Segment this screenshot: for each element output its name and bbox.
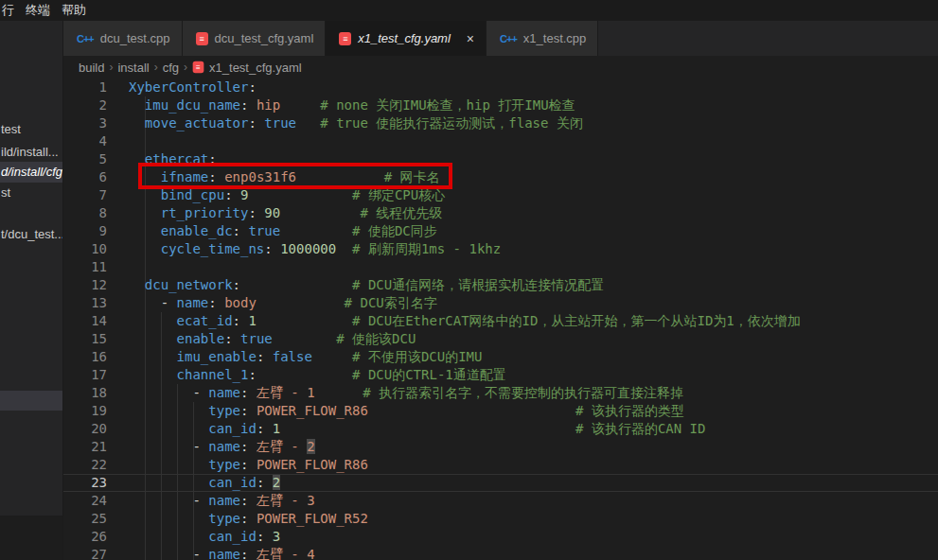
line-number: 27 [63,546,107,560]
line-number: 20 [63,420,107,438]
code-line-7[interactable]: 7 bind_cpu: 9 # 绑定CPU核心 [63,186,938,204]
code-line-13[interactable]: 13 - name: body # DCU索引名字 [63,294,938,312]
code-line-5[interactable]: 5 ethercat: [63,150,938,168]
line-number: 9 [63,222,107,240]
breadcrumb-item-build[interactable]: build [79,61,104,75]
line-number: 3 [63,114,107,132]
line-number: 15 [63,330,107,348]
code-line-19[interactable]: 19 type: POWER_FLOW_R86 # 该执行器的类型 [63,402,938,420]
code-line-17[interactable]: 17 channel_1: # DCU的CTRL-1通道配置 [63,366,938,384]
line-number: 24 [63,492,107,510]
sidebar-item-st[interactable]: st [0,183,63,203]
line-number: 5 [63,150,107,168]
breadcrumb-item-cfg[interactable]: cfg [163,61,179,75]
tab-label: x1_test_cfg.yaml [358,31,451,45]
code-line-23[interactable]: 23 can_id: 2 [63,474,938,492]
code-text: dcu_network: # DCU通信网络，请根据实机连接情况配置 [129,277,604,292]
code-text: - name: 左臂 - 2 [129,439,315,454]
line-number: 18 [63,384,107,402]
code-line-2[interactable]: 2 imu_dcu_name: hip # none 关闭IMU检查，hip 打… [63,96,938,114]
cpp-file-icon: C++ [77,33,94,44]
code-line-10[interactable]: 10 cycle_time_ns: 1000000 # 刷新周期1ms - 1k… [63,240,938,258]
code-line-15[interactable]: 15 enable: true # 使能该DCU [63,330,938,348]
line-number: 13 [63,294,107,312]
code-text: enable_dc: true # 使能DC同步 [129,223,437,238]
code-text: channel_1: # DCU的CTRL-1通道配置 [129,367,506,382]
yaml-file-icon [193,61,204,74]
sidebar-selected-empty-row[interactable] [0,391,63,411]
code-text: - name: body # DCU索引名字 [129,295,437,310]
line-number: 7 [63,186,107,204]
code-line-8[interactable]: 8 rt_priority: 90 # 线程优先级 [63,204,938,222]
code-text: type: POWER_FLOW_R86 # 该执行器的类型 [129,403,684,418]
code-text: can_id: 1 # 该执行器的CAN ID [129,421,705,436]
line-number: 21 [63,438,107,456]
sidebar-panel: testild/install...d/install/cfgstt/dcu_t… [0,21,63,560]
line-number: 8 [63,204,107,222]
line-number: 22 [63,456,107,474]
breadcrumb-separator: › [109,61,113,74]
code-text: - name: 左臂 - 1 # 执行器索引名字，不需要控制的执行器可直接注释掉 [129,385,683,400]
vscode-window: 行 终端 帮助 ⋯ C++dcu_test.cppdcu_test_cfg.ya… [0,0,938,560]
code-text: enable: true # 使能该DCU [129,331,416,346]
code-text: type: POWER_FLOW_R52 [129,511,368,526]
code-text: cycle_time_ns: 1000000 # 刷新周期1ms - 1khz [129,241,501,256]
code-line-22[interactable]: 22 type: POWER_FLOW_R86 [63,456,938,474]
code-text: move_actuator: true # true 使能执行器运动测试，fla… [129,115,583,131]
code-line-12[interactable]: 12 dcu_network: # DCU通信网络，请根据实机连接情况配置 [63,276,938,294]
sidebar-item-t-dcu-test-[interactable]: t/dcu_test... [0,224,63,245]
code-text: ethercat: [129,151,217,166]
line-number: 11 [63,258,107,276]
code-line-24[interactable]: 24 - name: 左臂 - 3 [63,492,938,510]
code-line-16[interactable]: 16 imu_enable: false # 不使用该DCU的IMU [63,348,938,366]
sidebar-item-ild-install-[interactable]: ild/install... [0,142,63,163]
code-line-11[interactable]: 11 [63,258,938,276]
code-line-20[interactable]: 20 can_id: 1 # 该执行器的CAN ID [63,420,938,438]
sidebar-item-d-install-cfg[interactable]: d/install/cfg [0,162,63,183]
code-text: ifname: enp0s31f6 # 网卡名 [129,169,440,184]
code-line-27[interactable]: 27 - name: 左臂 - 4 [63,546,938,560]
menu-item-terminal[interactable]: 终端 [18,2,58,19]
tab-label: x1_test.cpp [523,31,587,45]
tab-label: dcu_test_cfg.yaml [215,31,314,45]
code-line-18[interactable]: 18 - name: 左臂 - 1 # 执行器索引名字，不需要控制的执行器可直接… [63,384,938,402]
code-text: ecat_id: 1 # DCU在EtherCAT网络中的ID，从主站开始，第一… [129,313,801,328]
code-text: imu_enable: false # 不使用该DCU的IMU [129,349,482,364]
code-line-3[interactable]: 3 move_actuator: true # true 使能执行器运动测试，f… [63,114,938,132]
code-line-21[interactable]: 21 - name: 左臂 - 2 [63,438,938,456]
menu-item-help[interactable]: 帮助 [54,2,94,19]
code-line-4[interactable]: 4 [63,132,938,150]
code-editor[interactable]: 1XyberController:2 imu_dcu_name: hip # n… [63,79,938,560]
line-number: 4 [63,132,107,150]
line-number: 26 [63,528,107,546]
cpp-file-icon: C++ [500,33,517,44]
close-icon[interactable]: × [467,32,474,45]
sidebar-item-test[interactable]: test [0,119,63,140]
breadcrumb-separator: › [184,61,187,74]
tab-x1_test.cpp[interactable]: C++x1_test.cpp [487,21,598,56]
code-text: can_id: 3 [129,529,280,544]
code-line-26[interactable]: 26 can_id: 3 [63,528,938,546]
yaml-file-icon [339,32,351,45]
breadcrumb-item-install[interactable]: install [117,61,149,75]
code-line-9[interactable]: 9 enable_dc: true # 使能DC同步 [63,222,938,240]
line-number: 6 [63,168,107,186]
line-number: 19 [63,402,107,420]
breadcrumb-separator: › [154,61,158,74]
tab-x1_test_cfg.yaml[interactable]: x1_test_cfg.yaml× [326,21,487,56]
breadcrumb-file[interactable]: x1_test_cfg.yaml [209,61,302,75]
menu-bar: 行 终端 帮助 [0,0,938,21]
code-text: type: POWER_FLOW_R86 [129,457,368,472]
code-line-14[interactable]: 14 ecat_id: 1 # DCU在EtherCAT网络中的ID，从主站开始… [63,312,938,330]
code-line-1[interactable]: 1XyberController: [63,79,938,96]
code-line-25[interactable]: 25 type: POWER_FLOW_R52 [63,510,938,528]
tab-dcu_test.cpp[interactable]: C++dcu_test.cpp [63,21,183,56]
tab-dcu_test_cfg.yaml[interactable]: dcu_test_cfg.yaml [183,21,327,56]
code-line-6[interactable]: 6 ifname: enp0s31f6 # 网卡名 [63,168,938,186]
line-number: 1 [63,79,107,96]
code-text: rt_priority: 90 # 线程优先级 [129,205,442,220]
line-number: 25 [63,510,107,528]
line-number: 17 [63,366,107,384]
line-number: 16 [63,348,107,366]
line-number: 2 [63,96,107,114]
